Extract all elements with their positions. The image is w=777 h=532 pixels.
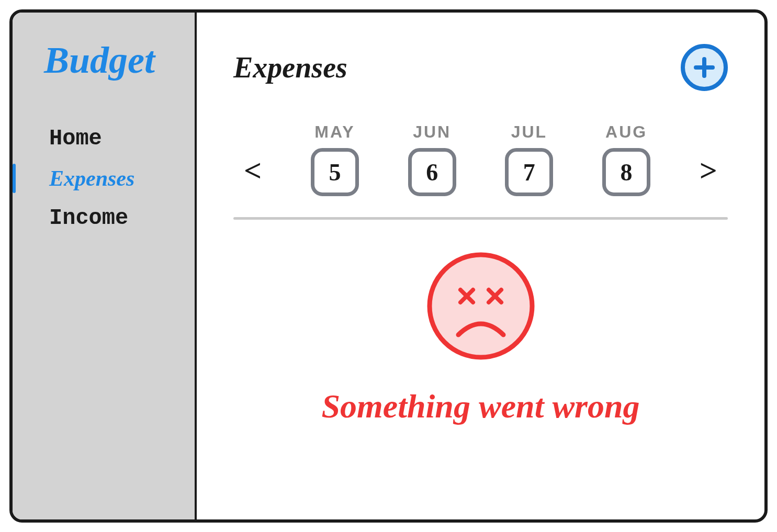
add-button[interactable] <box>681 44 728 91</box>
svg-point-2 <box>430 255 532 357</box>
date-month-label: MAY <box>314 122 355 142</box>
date-item-jul[interactable]: JUL 7 <box>505 122 553 196</box>
date-item-jun[interactable]: JUN 6 <box>408 122 456 196</box>
date-day-box: 8 <box>602 148 650 196</box>
sidebar-item-income[interactable]: Income <box>33 198 184 238</box>
sidebar: Budget Home Expenses Income <box>13 13 197 519</box>
divider <box>233 217 728 220</box>
sidebar-item-expenses[interactable]: Expenses <box>33 159 184 198</box>
error-message: Something went wrong <box>321 387 639 426</box>
app-window: Budget Home Expenses Income Expenses < M… <box>9 9 768 523</box>
nav-list: Home Expenses Income <box>33 119 184 238</box>
app-title: Budget <box>33 39 184 82</box>
page-header: Expenses <box>233 44 728 91</box>
date-day-box: 7 <box>505 148 553 196</box>
date-item-may[interactable]: MAY 5 <box>311 122 359 196</box>
date-selector: < MAY 5 JUN 6 JUL 7 AUG 8 > <box>233 122 728 217</box>
date-month-label: JUN <box>413 122 451 142</box>
date-day-box: 5 <box>311 148 359 196</box>
main-content: Expenses < MAY 5 JUN 6 JUL 7 <box>197 13 764 519</box>
date-item-aug[interactable]: AUG 8 <box>602 122 650 196</box>
date-day-box: 6 <box>408 148 456 196</box>
page-title: Expenses <box>233 51 347 84</box>
sidebar-item-home[interactable]: Home <box>33 119 184 159</box>
sad-face-icon <box>426 251 536 361</box>
date-month-label: JUL <box>511 122 547 142</box>
prev-button[interactable]: < <box>244 153 262 196</box>
date-month-label: AUG <box>605 122 647 142</box>
next-button[interactable]: > <box>700 153 717 196</box>
plus-icon <box>692 55 717 80</box>
error-state: Something went wrong <box>233 241 728 499</box>
